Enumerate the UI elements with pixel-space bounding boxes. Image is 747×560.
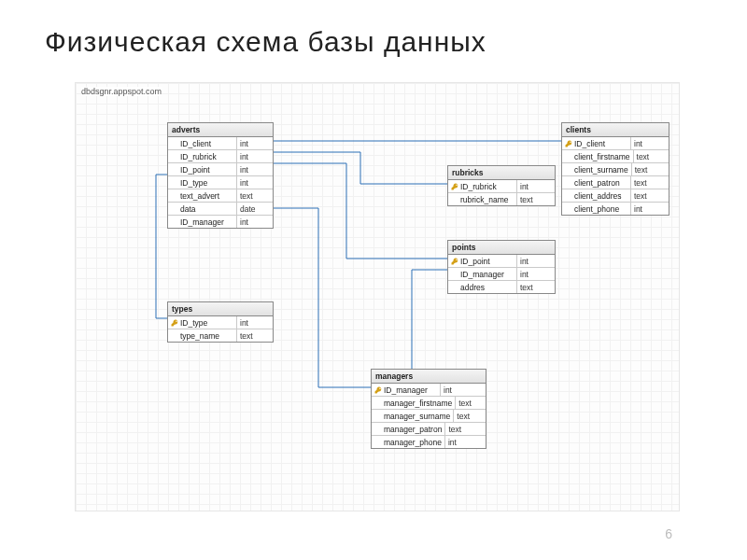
- field-type: text: [454, 410, 484, 422]
- field-type: int: [237, 163, 267, 175]
- table-row[interactable]: addrestext: [448, 281, 555, 293]
- table-row[interactable]: type_nametext: [168, 329, 273, 342]
- key-icon: [565, 140, 572, 147]
- diagram-canvas: dbdsgnr.appspot.com advertsID_clientintI…: [75, 82, 680, 511]
- field-name: ID_point: [448, 255, 517, 267]
- table-header[interactable]: types: [168, 302, 273, 316]
- page-title: Физическая схема базы данных: [0, 0, 747, 69]
- table-row[interactable]: client_firstnametext: [562, 150, 669, 163]
- field-name: data: [168, 203, 237, 215]
- table-row[interactable]: ID_managerint: [448, 268, 555, 281]
- field-name: text_advert: [168, 189, 237, 202]
- field-name: client_patron: [562, 176, 631, 189]
- table-row[interactable]: ID_managerint: [372, 384, 486, 397]
- field-name: ID_type: [168, 316, 237, 329]
- table-row[interactable]: manager_patrontext: [372, 423, 486, 436]
- field-type: text: [517, 281, 547, 293]
- field-name: ID_client: [562, 137, 631, 149]
- field-name: ID_type: [168, 176, 237, 189]
- field-type: int: [237, 137, 267, 149]
- field-type: int: [445, 436, 475, 448]
- field-name: ID_manager: [168, 216, 237, 228]
- field-name: ID_manager: [448, 268, 517, 280]
- field-name: ID_point: [168, 163, 237, 175]
- field-type: int: [631, 203, 661, 215]
- field-type: text: [237, 189, 267, 202]
- field-name: manager_patron: [372, 423, 445, 435]
- table-header[interactable]: rubricks: [448, 166, 555, 180]
- field-name: ID_manager: [372, 384, 441, 396]
- field-type: int: [237, 150, 267, 162]
- field-type: int: [517, 180, 547, 192]
- table-row[interactable]: manager_phoneint: [372, 436, 486, 448]
- key-icon: [451, 183, 458, 190]
- field-name: manager_surname: [372, 410, 454, 422]
- field-type: text: [237, 329, 267, 342]
- table-row[interactable]: rubrick_nametext: [448, 193, 555, 205]
- table-managers[interactable]: managersID_managerintmanager_firstnamete…: [371, 369, 486, 449]
- table-header[interactable]: clients: [562, 123, 669, 137]
- field-name: client_addres: [562, 189, 631, 202]
- field-type: text: [632, 163, 662, 175]
- field-type: int: [517, 268, 547, 280]
- field-type: text: [445, 423, 475, 435]
- field-name: client_firstname: [562, 150, 634, 162]
- field-name: ID_rubrick: [448, 180, 517, 192]
- table-row[interactable]: ID_rubrickint: [168, 150, 273, 163]
- table-row[interactable]: client_phoneint: [562, 203, 669, 215]
- field-name: client_phone: [562, 203, 631, 215]
- field-type: text: [631, 176, 661, 189]
- key-icon: [451, 258, 458, 265]
- table-row[interactable]: manager_surnametext: [372, 410, 486, 423]
- table-header[interactable]: managers: [372, 370, 486, 384]
- table-header[interactable]: points: [448, 241, 555, 255]
- watermark: dbdsgnr.appspot.com: [81, 87, 162, 96]
- table-header[interactable]: adverts: [168, 123, 273, 137]
- table-row[interactable]: client_surnametext: [562, 163, 669, 176]
- table-points[interactable]: pointsID_pointintID_managerintaddrestext: [447, 240, 556, 294]
- table-row[interactable]: ID_managerint: [168, 216, 273, 228]
- table-row[interactable]: datadate: [168, 203, 273, 216]
- field-type: int: [631, 137, 661, 149]
- table-row[interactable]: text_adverttext: [168, 189, 273, 203]
- field-type: text: [631, 189, 661, 202]
- key-icon: [374, 386, 382, 394]
- field-name: manager_phone: [372, 436, 445, 448]
- field-name: ID_client: [168, 137, 237, 149]
- table-clients[interactable]: clientsID_clientintclient_firstnametextc…: [561, 122, 669, 216]
- slide-number: 6: [665, 526, 672, 541]
- table-row[interactable]: ID_clientint: [168, 137, 273, 150]
- table-row[interactable]: ID_pointint: [168, 163, 273, 176]
- table-row[interactable]: manager_firstnametext: [372, 397, 486, 410]
- table-types[interactable]: typesID_typeinttype_nametext: [167, 301, 274, 343]
- table-row[interactable]: client_patrontext: [562, 176, 669, 189]
- table-row[interactable]: client_addrestext: [562, 189, 669, 203]
- table-row[interactable]: ID_typeint: [168, 176, 273, 189]
- field-name: manager_firstname: [372, 397, 456, 409]
- field-type: text: [634, 150, 664, 162]
- field-type: int: [237, 316, 267, 329]
- field-name: rubrick_name: [448, 193, 517, 205]
- table-row[interactable]: ID_clientint: [562, 137, 669, 150]
- table-adverts[interactable]: advertsID_clientintID_rubrickintID_point…: [167, 122, 274, 229]
- key-icon: [171, 319, 178, 327]
- table-rubricks[interactable]: rubricksID_rubrickintrubrick_nametext: [447, 165, 556, 206]
- table-row[interactable]: ID_typeint: [168, 316, 273, 329]
- field-type: int: [517, 255, 547, 267]
- field-type: date: [237, 203, 267, 215]
- field-name: addres: [448, 281, 517, 293]
- field-type: int: [441, 384, 471, 396]
- table-row[interactable]: ID_pointint: [448, 255, 555, 268]
- field-name: type_name: [168, 329, 237, 342]
- field-name: client_surname: [562, 163, 632, 175]
- field-type: int: [237, 216, 267, 228]
- field-type: text: [517, 193, 547, 205]
- field-type: int: [237, 176, 267, 189]
- field-name: ID_rubrick: [168, 150, 237, 162]
- table-row[interactable]: ID_rubrickint: [448, 180, 555, 193]
- field-type: text: [456, 397, 486, 409]
